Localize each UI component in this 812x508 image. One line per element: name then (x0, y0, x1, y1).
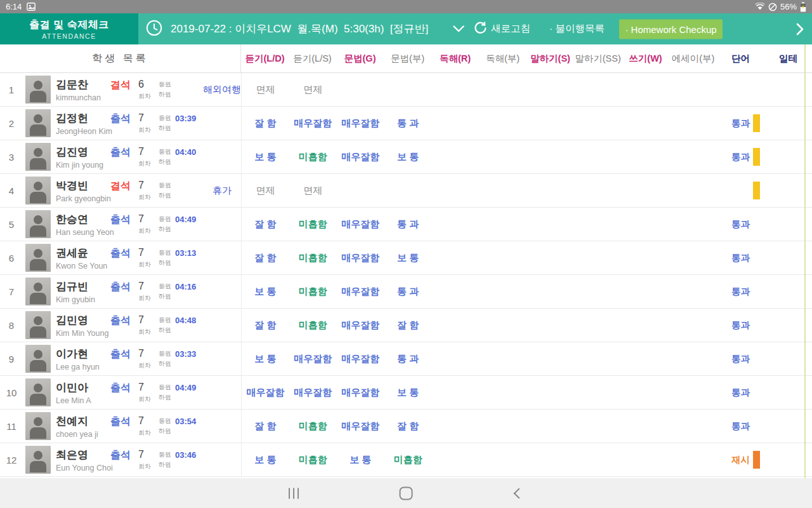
grade-cell[interactable]: 매우잘함 (337, 319, 384, 331)
attendance-status[interactable]: 출석 (110, 348, 131, 361)
grade-cell[interactable]: 면제 (242, 185, 289, 197)
table-row[interactable]: 1 김문찬 결석 kimmunchan 6 회차 등원 하원 (0, 73, 812, 107)
grade-cell[interactable]: 미흡함 (289, 454, 337, 466)
table-row[interactable]: 12 최은영 출석 Eun Young Choi 7 회차 등원 03:46 (0, 443, 812, 477)
attendance-status[interactable]: 출석 (110, 449, 131, 462)
table-row[interactable]: 7 김규빈 출석 Kim gyubin 7 회차 등원 04:16 하원 (0, 275, 812, 309)
grade-cell[interactable]: 잘 함 (384, 319, 432, 331)
grade-cell[interactable]: 보 통 (384, 151, 432, 163)
grade-cell[interactable]: 잘 함 (242, 420, 289, 432)
screenshot-notification-icon (27, 3, 36, 11)
grade-cell[interactable]: 면제 (242, 84, 289, 96)
grade-cell[interactable]: 미흡함 (289, 286, 337, 298)
back-button[interactable] (514, 488, 525, 498)
attendance-status[interactable]: 출석 (110, 281, 131, 294)
grade-cell[interactable]: 미흡함 (289, 319, 337, 331)
grade-cell[interactable]: 매우잘함 (289, 117, 337, 130)
table-row[interactable]: 4 박경빈 결석 Park gyeongbin 7 회차 등원 하원 (0, 174, 812, 208)
word-test-result[interactable]: 통과 (717, 218, 764, 231)
grade-cell[interactable]: 잘 함 (242, 117, 289, 130)
refresh-icon (475, 22, 487, 36)
check-out-label: 하원 (159, 258, 171, 267)
grade-cell[interactable]: 매우잘함 (289, 387, 337, 399)
grade-cell[interactable]: 보 통 (337, 454, 384, 466)
grade-cell[interactable]: 미흡함 (384, 454, 432, 466)
student-info: 11 천예지 출석 choen yea ji 7 회차 등원 03:54 하원 (0, 410, 241, 443)
grade-cell[interactable]: 보 통 (384, 387, 432, 399)
grade-cell[interactable]: 매우잘함 (242, 387, 289, 399)
android-navigation-bar (0, 478, 812, 508)
app-title-button[interactable]: 출결 및 숙제체크 ATTENDANCE (0, 13, 138, 44)
attendance-status[interactable]: 출석 (110, 146, 131, 159)
grade-cell[interactable]: 매우잘함 (337, 252, 384, 264)
student-photo (25, 378, 51, 406)
grade-cell[interactable]: 보 통 (384, 252, 432, 264)
word-test-result[interactable]: 통과 (717, 353, 764, 365)
grade-cell[interactable]: 미흡함 (289, 252, 337, 264)
attendance-status[interactable]: 결석 (110, 79, 131, 92)
grade-cell[interactable]: 미흡함 (289, 218, 337, 231)
refresh-button[interactable]: 새로고침 (475, 13, 530, 44)
grade-cell[interactable]: 매우잘함 (337, 117, 384, 130)
student-info: 5 한승연 출석 Han seung Yeon 7 회차 등원 04:49 하 (0, 208, 241, 241)
grade-cell[interactable]: 매우잘함 (337, 218, 384, 231)
grade-cell[interactable]: 매우잘함 (337, 286, 384, 298)
table-row[interactable]: 8 김민영 출석 Kim Min Young 7 회차 등원 04:48 하원 (0, 309, 812, 342)
attendance-status[interactable]: 출석 (110, 112, 131, 126)
home-button[interactable] (400, 486, 413, 500)
grade-cell[interactable]: 매우잘함 (337, 387, 384, 399)
attendance-status[interactable]: 출석 (110, 213, 131, 227)
grade-cell[interactable]: 통 과 (384, 353, 432, 365)
table-row[interactable]: 11 천예지 출석 choen yea ji 7 회차 등원 03:54 하원 (0, 410, 812, 443)
grade-cell[interactable]: 면제 (289, 84, 337, 96)
word-test-result[interactable]: 통과 (717, 319, 764, 331)
grade-cell[interactable]: 보 통 (242, 454, 289, 466)
check-in-label: 등원 (159, 181, 171, 190)
attendance-status[interactable]: 출석 (110, 415, 131, 429)
grade-cell[interactable]: 잘 함 (242, 252, 289, 264)
table-row[interactable]: 2 김정헌 출석 JeongHeon Kim 7 회차 등원 03:39 하원 (0, 107, 812, 140)
grade-cell[interactable]: 보 통 (242, 353, 289, 365)
grade-cell[interactable]: 보 통 (242, 286, 289, 298)
row-number: 3 (0, 152, 23, 163)
attendance-status[interactable]: 출석 (110, 382, 131, 395)
grade-cell[interactable]: 미흡함 (289, 151, 337, 163)
next-page-chevron[interactable] (796, 13, 804, 44)
grade-cell[interactable]: 통 과 (384, 117, 432, 130)
grade-cell[interactable]: 잘 함 (384, 420, 432, 432)
grade-cell[interactable]: 통 과 (384, 218, 432, 231)
grade-cell[interactable]: 잘 함 (242, 218, 289, 231)
grade-cell[interactable]: 매우잘함 (337, 151, 384, 163)
word-test-result[interactable]: 통과 (717, 420, 764, 432)
grade-cells: 잘 함미흡함매우잘함잘 함통과 (241, 309, 812, 342)
grade-cell[interactable]: 매우잘함 (289, 353, 337, 365)
table-row[interactable]: 9 이가현 출석 Lee ga hyun 7 회차 등원 03:33 하원 (0, 342, 812, 376)
table-row[interactable]: 3 김진영 출석 Kim jin young 7 회차 등원 04:40 하원 (0, 140, 812, 174)
recents-button[interactable] (289, 488, 299, 498)
table-row[interactable]: 6 권세윤 출석 Kwon Se Youn 7 회차 등원 03:13 하원 (0, 241, 812, 275)
grade-cell[interactable]: 잘 함 (242, 319, 289, 331)
grade-cell[interactable]: 매우잘함 (337, 420, 384, 432)
class-session-selector[interactable]: 2019-07-22 : 이치우LCW 월.목(M) 5:30(3h) [정규반… (146, 13, 464, 44)
attendance-status[interactable]: 결석 (110, 180, 131, 193)
grade-cell[interactable]: 통 과 (384, 286, 432, 298)
homework-checkup-button[interactable]: · Homework Checkup (619, 19, 723, 39)
word-test-result[interactable]: 통과 (717, 252, 764, 264)
check-in-out-block: 등원 04:49 하원 (159, 215, 203, 234)
grade-cell[interactable]: 매우잘함 (337, 353, 384, 365)
session-count-block: 7 회차 (138, 382, 157, 404)
table-row[interactable]: 10 이민아 출석 Lee Min A 7 회차 등원 04:49 하원 (0, 376, 812, 410)
word-test-result[interactable]: 통과 (717, 387, 764, 399)
table-row[interactable]: 5 한승연 출석 Han seung Yeon 7 회차 등원 04:49 하 (0, 208, 812, 241)
grade-cell[interactable]: 보 통 (242, 151, 289, 163)
check-out-label: 하원 (159, 460, 171, 469)
student-name-korean: 한승연 (56, 212, 88, 227)
attendance-status[interactable]: 출석 (110, 314, 131, 328)
column-header: 문법(부) (384, 53, 431, 65)
noncompliance-list-button[interactable]: · 불이행목록 (549, 13, 605, 44)
student-name-korean: 천예지 (56, 414, 88, 429)
word-test-result[interactable]: 통과 (717, 286, 764, 298)
grade-cell[interactable]: 면제 (289, 185, 337, 197)
grade-cell[interactable]: 미흡함 (289, 420, 337, 432)
attendance-status[interactable]: 출석 (110, 247, 131, 260)
